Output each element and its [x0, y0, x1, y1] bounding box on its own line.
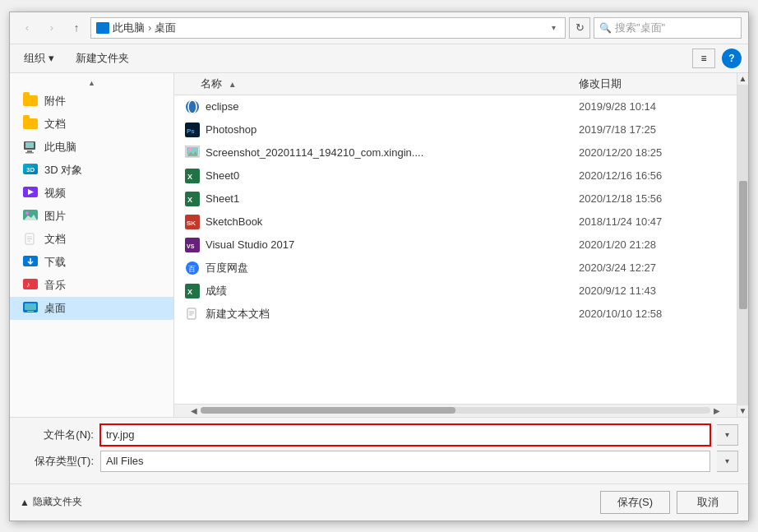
filetype-label: 保存类型(T):: [20, 454, 94, 469]
photoshop-icon: Ps: [184, 122, 201, 138]
svg-rect-1: [25, 142, 34, 148]
sidebar-item-download[interactable]: 下载: [10, 251, 173, 274]
save-button[interactable]: 保存(S): [600, 491, 670, 514]
up-button[interactable]: ↑: [66, 19, 87, 37]
file-date-baidu: 2020/3/24 12:27: [579, 261, 727, 274]
sidebar-scroll-up[interactable]: ▲: [10, 76, 173, 90]
file-area: 名称 ▲ 修改日期 eclipse 2019/9/28 10:14: [174, 73, 737, 417]
sketchbook-icon: SK: [184, 214, 201, 230]
sidebar-item-doc[interactable]: 文档: [10, 228, 173, 251]
download-icon: [23, 255, 38, 270]
v-scroll-down-arrow[interactable]: ▼: [737, 405, 749, 417]
file-row-sketchbook[interactable]: SK SketchBook 2018/11/24 10:47: [174, 210, 737, 234]
address-bar: ‹ › ↑ 此电脑 › 桌面 ▾ ↻ 🔍 搜索"桌面": [10, 12, 748, 44]
help-button[interactable]: ?: [722, 49, 742, 68]
file-row-baidu[interactable]: 百 百度网盘 2020/3/24 12:27: [174, 257, 737, 280]
doc-icon: [23, 232, 38, 247]
forward-button[interactable]: ›: [41, 19, 62, 37]
file-row-sheet1[interactable]: X Sheet1 2020/12/18 15:56: [174, 187, 737, 210]
file-date-sheet0: 2020/12/16 16:56: [579, 169, 727, 182]
hide-folder-toggle[interactable]: ▲ 隐藏文件夹: [20, 495, 82, 509]
search-box[interactable]: 🔍 搜索"桌面": [594, 17, 742, 39]
file-header: 名称 ▲ 修改日期: [174, 73, 737, 95]
sidebar-item-pc[interactable]: 此电脑: [10, 136, 173, 159]
sidebar-label: 图片: [44, 209, 66, 224]
horizontal-scrollbar[interactable]: ◀ ▶: [174, 404, 737, 417]
sidebar-item-music[interactable]: ♪ 音乐: [10, 274, 173, 297]
file-name-baidu: 百度网盘: [206, 261, 574, 275]
sidebar-item-3d[interactable]: 3D 3D 对象: [10, 159, 173, 182]
back-button[interactable]: ‹: [16, 19, 38, 37]
sidebar-item-wendang-fav[interactable]: 文档: [10, 113, 173, 136]
folder-icon: [23, 117, 38, 132]
file-date-eclipse: 2019/9/28 10:14: [579, 100, 727, 113]
sidebar-item-fujian[interactable]: 附件: [10, 90, 173, 113]
organize-button[interactable]: 组织 ▾: [16, 48, 62, 69]
file-row-vs2017[interactable]: VS Visual Studio 2017 2020/1/20 21:28: [174, 234, 737, 257]
path-computer-label: 此电脑: [113, 21, 145, 35]
refresh-button[interactable]: ↻: [569, 17, 590, 39]
sidebar-label: 文档: [44, 117, 66, 132]
file-date-sketchbook: 2018/11/24 10:47: [579, 215, 727, 228]
sidebar-item-video[interactable]: 视频: [10, 182, 173, 205]
cancel-button[interactable]: 取消: [677, 491, 738, 514]
file-row-photoshop[interactable]: Ps Photoshop 2019/7/18 17:25: [174, 118, 737, 141]
picture-icon: [23, 209, 38, 224]
address-path[interactable]: 此电脑 › 桌面 ▾: [90, 17, 566, 39]
sidebar-label: 视频: [44, 186, 66, 201]
sidebar-item-picture[interactable]: 图片: [10, 205, 173, 228]
search-placeholder-text: 搜索"桌面": [615, 21, 665, 35]
filetype-value: All Files: [106, 455, 144, 467]
sidebar-item-desktop[interactable]: 桌面: [10, 297, 173, 320]
svg-text:SK: SK: [187, 220, 196, 227]
new-folder-button[interactable]: 新建文件夹: [68, 48, 136, 69]
file-name-sketchbook: SketchBook: [206, 215, 574, 228]
svg-text:X: X: [187, 173, 192, 181]
toolbar: 组织 ▾ 新建文件夹 ≡ ?: [10, 44, 748, 73]
address-dropdown-icon[interactable]: ▾: [547, 21, 560, 35]
desktop-icon: [23, 301, 38, 316]
v-scroll-track: [737, 85, 749, 405]
sidebar-label: 音乐: [44, 278, 66, 293]
h-scroll-left-arrow[interactable]: ◀: [187, 406, 201, 415]
file-row-chengji[interactable]: X 成绩 2020/9/12 11:43: [174, 280, 737, 303]
h-scroll-right-arrow[interactable]: ▶: [710, 406, 723, 415]
3d-icon: 3D: [23, 163, 38, 178]
sidebar-label: 下载: [44, 255, 66, 270]
sidebar: ▲ 附件 文档: [10, 73, 174, 417]
video-icon: [23, 186, 38, 201]
file-date-chengji: 2020/9/12 11:43: [579, 285, 727, 297]
svg-rect-3: [25, 152, 34, 154]
file-name-photoshop: Photoshop: [206, 123, 574, 136]
file-row-screenshot[interactable]: Screenshot_20201114_194210_com.xingin...…: [174, 141, 737, 164]
svg-point-26: [188, 148, 192, 151]
filename-input[interactable]: [100, 424, 710, 446]
file-row-eclipse[interactable]: eclipse 2019/9/28 10:14: [174, 95, 737, 118]
filename-dropdown-btn[interactable]: ▾: [717, 424, 738, 446]
screenshot-icon: [184, 145, 201, 161]
sidebar-label: 桌面: [44, 301, 66, 316]
file-row-newtxt[interactable]: 新建文本文档 2020/10/10 12:58: [174, 303, 737, 326]
view-button[interactable]: ≡: [692, 49, 715, 68]
svg-text:百: 百: [188, 265, 196, 273]
file-date-vs: 2020/1/20 21:28: [579, 238, 727, 251]
music-icon: ♪: [23, 278, 38, 293]
pc-icon: [23, 140, 38, 155]
sort-arrow-icon: ▲: [229, 80, 237, 89]
excel-icon2: X: [184, 191, 201, 207]
svg-point-9: [25, 211, 29, 215]
filetype-dropdown-btn[interactable]: ▾: [717, 451, 738, 472]
col-name-header: 名称 ▲: [201, 76, 579, 91]
path-computer-icon: [96, 22, 109, 34]
svg-text:♪: ♪: [26, 280, 30, 289]
toggle-arrow-icon: ▲: [20, 497, 30, 508]
svg-text:X: X: [187, 196, 192, 204]
v-scroll-up-arrow[interactable]: ▲: [737, 73, 749, 85]
file-date-newtxt: 2020/10/10 12:58: [579, 308, 727, 320]
file-name-vs: Visual Studio 2017: [206, 238, 574, 251]
filename-label: 文件名(N):: [20, 428, 94, 442]
file-row-sheet0[interactable]: X Sheet0 2020/12/16 16:56: [174, 164, 737, 187]
toggle-label: 隐藏文件夹: [33, 495, 82, 509]
filetype-display: All Files: [100, 451, 710, 472]
footer: ▲ 隐藏文件夹 保存(S) 取消: [10, 483, 748, 520]
